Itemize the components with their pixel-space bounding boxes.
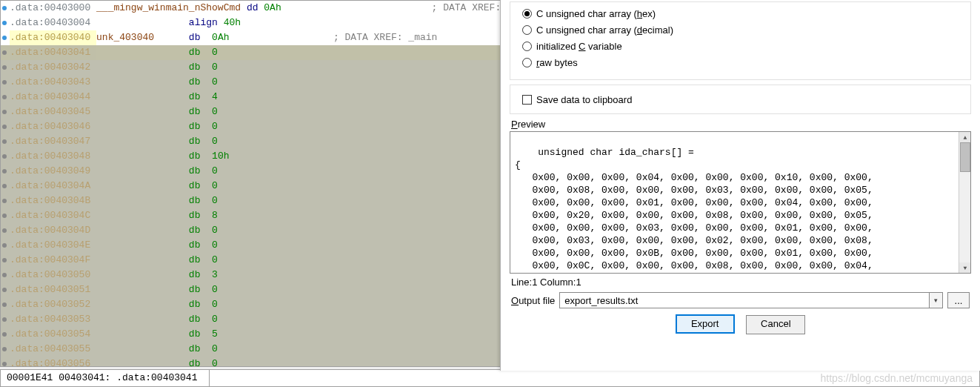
instruction-text: db 8	[96, 208, 218, 223]
instruction-text: db 0	[96, 194, 218, 208]
save-to-clipboard-checkbox[interactable]: Save data to clipboard	[522, 91, 959, 108]
cursor-position-label: Line:1 Column:1	[511, 277, 970, 288]
format-radio-option[interactable]: C unsigned char array (decimal)	[522, 22, 959, 38]
status-separator	[209, 370, 210, 387]
address-label: .data:00403055	[10, 342, 96, 357]
output-file-input[interactable]	[559, 292, 930, 308]
address-label: .data:0040304B	[10, 194, 96, 208]
save-to-clipboard-label: Save data to clipboard	[536, 94, 632, 105]
breakpoint-gutter-icon[interactable]	[2, 80, 7, 85]
checkbox-icon	[522, 95, 532, 105]
breakpoint-gutter-icon[interactable]	[2, 169, 7, 173]
instruction-text: ___mingw_winmain_nShowCmd dd 0Ah	[96, 1, 327, 16]
breakpoint-gutter-icon[interactable]	[2, 214, 7, 218]
breakpoint-gutter-icon[interactable]	[2, 258, 7, 262]
breakpoint-gutter-icon[interactable]	[2, 184, 7, 188]
instruction-text: db 0	[96, 75, 218, 90]
breakpoint-gutter-icon[interactable]	[2, 110, 7, 114]
breakpoint-gutter-icon[interactable]	[2, 317, 7, 322]
breakpoint-gutter-icon[interactable]	[2, 36, 7, 40]
radio-icon	[522, 25, 532, 35]
dialog-button-row: Export Cancel	[501, 314, 980, 334]
instruction-text: db 0	[96, 119, 218, 134]
format-radio-option[interactable]: raw bytes	[522, 54, 959, 70]
instruction-text: db 0	[96, 253, 218, 268]
format-radio-option[interactable]: initialized C variable	[522, 38, 959, 54]
breakpoint-gutter-icon[interactable]	[2, 139, 7, 144]
instruction-text: db 0	[96, 164, 218, 179]
breakpoint-gutter-icon[interactable]	[2, 21, 7, 25]
address-label: .data:00403000	[10, 1, 96, 16]
breakpoint-gutter-icon[interactable]	[2, 243, 7, 248]
scroll-thumb[interactable]	[960, 142, 970, 172]
instruction-text: unk_403040 db 0Ah	[96, 30, 229, 45]
output-label-mnemonic: O	[511, 295, 519, 306]
instruction-text: db 4	[96, 90, 218, 105]
browse-button[interactable]: ...	[947, 292, 970, 308]
instruction-text: db 0	[96, 60, 218, 75]
radio-icon	[522, 58, 532, 67]
xref-comment: ; DATA XREF: _main	[333, 30, 437, 45]
breakpoint-gutter-icon[interactable]	[2, 332, 7, 337]
scroll-down-icon[interactable]: ▼	[959, 262, 971, 273]
breakpoint-gutter-icon[interactable]	[2, 362, 7, 366]
address-label: .data:00403056	[10, 357, 96, 367]
address-label: .data:00403050	[10, 268, 96, 282]
address-label: .data:00403041	[10, 45, 96, 60]
instruction-text: db 0	[96, 179, 218, 194]
address-label: .data:00403043	[10, 75, 96, 90]
preview-content: unsigned char ida_chars[] = { 0x00, 0x00…	[515, 147, 873, 274]
preview-scrollbar[interactable]: ▲ ▼	[959, 132, 970, 273]
breakpoint-gutter-icon[interactable]	[2, 125, 7, 129]
breakpoint-gutter-icon[interactable]	[2, 302, 7, 307]
scroll-up-icon[interactable]: ▲	[959, 132, 971, 142]
address-label: .data:00403046	[10, 119, 96, 134]
instruction-text: db 0	[96, 342, 218, 357]
breakpoint-gutter-icon[interactable]	[2, 95, 7, 99]
breakpoint-gutter-icon[interactable]	[2, 154, 7, 159]
radio-label: C unsigned char array (decimal)	[536, 24, 673, 36]
address-label: .data:00403049	[10, 164, 96, 179]
preview-label: Preview	[511, 119, 970, 130]
status-cursor-info: 00001E41 00403041: .data:00403041	[1, 370, 203, 386]
instruction-text: db 10h	[96, 149, 229, 164]
breakpoint-gutter-icon[interactable]	[2, 228, 7, 233]
radio-label: raw bytes	[536, 57, 578, 68]
address-label: .data:00403004	[10, 16, 96, 30]
address-label: .data:00403054	[10, 327, 96, 342]
address-label: .data:00403047	[10, 134, 96, 149]
instruction-text: align 40h	[96, 16, 241, 30]
instruction-text: db 5	[96, 327, 218, 342]
format-radio-option[interactable]: C unsigned char array (hex)	[522, 5, 959, 22]
breakpoint-gutter-icon[interactable]	[2, 347, 7, 351]
preview-label-text: review	[518, 119, 546, 130]
breakpoint-gutter-icon[interactable]	[2, 199, 7, 203]
preview-textbox[interactable]: unsigned char ida_chars[] = { 0x00, 0x00…	[510, 131, 971, 274]
output-file-dropdown-icon[interactable]: ▾	[930, 292, 943, 308]
format-radio-group: C unsigned char array (hex)C unsigned ch…	[510, 1, 971, 80]
address-label: .data:00403053	[10, 312, 96, 327]
export-button[interactable]: Export	[676, 314, 735, 334]
breakpoint-gutter-icon[interactable]	[2, 288, 7, 292]
export-data-dialog: C unsigned char array (hex)C unsigned ch…	[500, 0, 980, 371]
instruction-text: db 0	[96, 223, 218, 238]
address-label: .data:00403045	[10, 105, 96, 119]
address-label: .data:00403048	[10, 149, 96, 164]
address-label: .data:0040304E	[10, 238, 96, 253]
instruction-text: db 3	[96, 268, 218, 282]
cancel-button[interactable]: Cancel	[746, 315, 805, 334]
radio-label: initialized C variable	[536, 41, 622, 52]
radio-icon	[522, 42, 532, 51]
address-label: .data:00403042	[10, 60, 96, 75]
breakpoint-gutter-icon[interactable]	[2, 50, 7, 55]
breakpoint-gutter-icon[interactable]	[2, 65, 7, 70]
address-label: .data:00403040	[10, 30, 96, 45]
breakpoint-gutter-icon[interactable]	[2, 273, 7, 277]
radio-icon	[522, 9, 532, 19]
address-label: .data:0040304D	[10, 223, 96, 238]
breakpoint-gutter-icon[interactable]	[2, 6, 7, 10]
address-label: .data:00403044	[10, 90, 96, 105]
status-bar: 00001E41 00403041: .data:00403041	[0, 369, 980, 387]
output-label-text: utput file	[519, 295, 555, 306]
radio-label: C unsigned char array (hex)	[536, 8, 656, 19]
